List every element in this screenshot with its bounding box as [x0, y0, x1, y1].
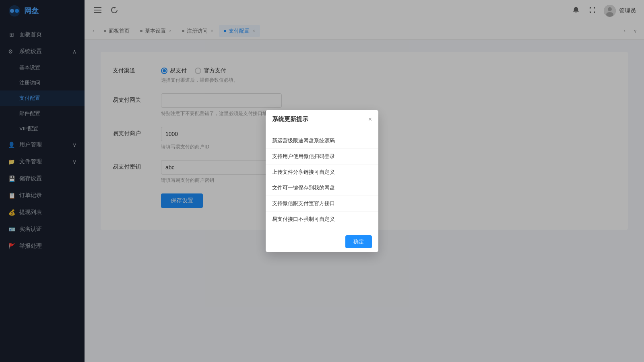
modal-list-item-1: 支持用户使用微信扫码登录 [266, 149, 378, 165]
modal-list-item-4: 支持微信跟支付宝官方接口 [266, 196, 378, 212]
modal-confirm-button[interactable]: 确定 [345, 235, 372, 248]
modal-footer: 确定 [266, 231, 378, 252]
modal-list-item-0: 新运营级限速网盘系统源码 [266, 133, 378, 149]
modal-title: 系统更新提示 [272, 115, 308, 123]
modal-header: 系统更新提示 × [266, 110, 378, 129]
modal-close-button[interactable]: × [368, 116, 372, 123]
modal-list-item-5: 易支付接口不强制可自定义 [266, 212, 378, 227]
modal-list-item-3: 文件可一键保存到我的网盘 [266, 180, 378, 196]
modal-overlay[interactable]: 系统更新提示 × 新运营级限速网盘系统源码 支持用户使用微信扫码登录 上传文件分… [0, 0, 644, 362]
update-prompt-modal: 系统更新提示 × 新运营级限速网盘系统源码 支持用户使用微信扫码登录 上传文件分… [266, 110, 378, 252]
modal-list-item-2: 上传文件分享链接可自定义 [266, 165, 378, 180]
modal-body: 新运营级限速网盘系统源码 支持用户使用微信扫码登录 上传文件分享链接可自定义 文… [266, 129, 378, 231]
